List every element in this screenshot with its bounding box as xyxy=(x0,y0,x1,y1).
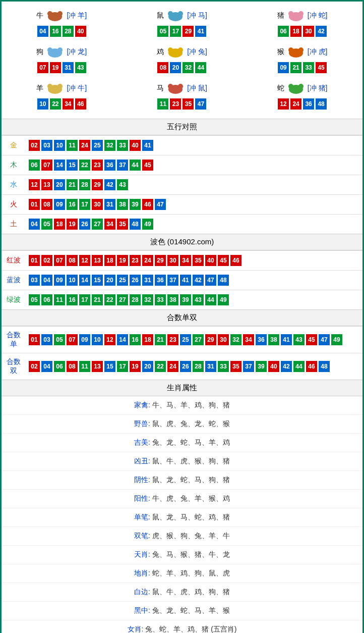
number-badge: 26 xyxy=(130,275,141,286)
number-badge: 20 xyxy=(54,179,65,190)
number-badge: 39 xyxy=(180,294,191,305)
number-badge: 10 xyxy=(67,275,78,286)
number-badge: 18 xyxy=(142,334,153,345)
attr-val: 兔、龙、蛇、马、羊、猴 xyxy=(152,606,230,614)
number-badge: 43 xyxy=(193,294,204,305)
attr-key: 阳性: xyxy=(134,494,152,502)
number-badge: 37 xyxy=(167,275,178,286)
section-title: 生肖属性 xyxy=(167,383,197,392)
number-row: 04051819262734354849 xyxy=(29,219,359,230)
number-badge: 19 xyxy=(50,62,61,73)
number-badge: 47 xyxy=(195,98,206,110)
number-badge: 35 xyxy=(230,361,241,372)
zodiac-icon xyxy=(165,9,186,23)
table-row: 火0108091617303138394647 xyxy=(2,195,362,215)
zodiac-icon xyxy=(44,45,66,59)
attr-val: 兔、马、猴、猪、牛、龙 xyxy=(152,550,230,558)
number-badge: 33 xyxy=(218,361,229,372)
number-row: 1213202128294243 xyxy=(29,179,359,190)
number-badge: 02 xyxy=(29,140,40,151)
svg-point-5 xyxy=(178,11,183,16)
number-badge: 39 xyxy=(256,361,267,372)
table-row: 木06071415222336374445 xyxy=(2,155,362,175)
attr-key: 阴性: xyxy=(134,476,152,484)
number-badge: 16 xyxy=(67,199,78,210)
number-badge: 11 xyxy=(54,294,65,305)
zodiac-conflict: [冲 马] xyxy=(187,11,207,20)
number-badge: 10 xyxy=(92,334,103,345)
number-badge: 34 xyxy=(180,255,191,266)
row-label: 红波 xyxy=(2,251,26,271)
row-label: 蓝波 xyxy=(2,271,26,290)
section-header-bose: 波色 (014902.com) xyxy=(2,234,362,250)
number-badge: 14 xyxy=(54,160,65,171)
row-label: 火 xyxy=(2,195,26,215)
number-badge: 28 xyxy=(193,361,204,372)
number-badge: 34 xyxy=(63,98,74,110)
number-badge: 42 xyxy=(193,275,204,286)
attr-val: 鼠、龙、马、蛇、鸡、猪 xyxy=(152,513,230,521)
number-badge: 17 xyxy=(79,294,90,305)
zodiac-conflict: [冲 兔] xyxy=(187,47,207,57)
number-badge: 31 xyxy=(63,62,74,73)
zodiac-conflict: [冲 龙] xyxy=(67,47,87,57)
number-badge: 19 xyxy=(117,255,128,266)
number-badge: 14 xyxy=(79,275,90,286)
number-badge: 07 xyxy=(41,160,52,171)
number-badge: 25 xyxy=(92,140,103,151)
number-badge: 43 xyxy=(293,334,305,345)
zodiac-name: 鼠 xyxy=(157,11,164,20)
section-site: (014902.com) xyxy=(167,237,214,246)
attr-row: 阳性: 牛、虎、兔、羊、猴、鸡 xyxy=(2,489,362,508)
svg-point-19 xyxy=(47,84,52,89)
number-badge: 06 xyxy=(54,361,65,372)
svg-point-8 xyxy=(298,11,304,16)
number-badge: 46 xyxy=(306,361,317,372)
number-badge: 49 xyxy=(142,219,153,230)
svg-point-23 xyxy=(178,84,183,89)
number-badge: 48 xyxy=(319,361,330,372)
number-badge: 46 xyxy=(75,98,86,110)
number-badge: 21 xyxy=(67,179,78,190)
number-badge: 36 xyxy=(256,334,267,345)
number-badge: 38 xyxy=(268,334,279,345)
number-badge: 35 xyxy=(117,219,128,230)
zodiac-conflict: [冲 鼠] xyxy=(187,84,207,93)
section-header-heshu: 合数单双 xyxy=(2,309,362,326)
number-badge: 37 xyxy=(243,361,254,372)
number-badge: 25 xyxy=(117,275,128,286)
number-badge: 03 xyxy=(41,334,52,345)
number-badge: 19 xyxy=(130,361,141,372)
zodiac-item: 猴[冲 虎]09213345 xyxy=(242,42,362,78)
number-badge: 07 xyxy=(37,62,48,73)
number-badge: 44 xyxy=(205,294,216,305)
table-row: 红波0102070812131819232429303435404546 xyxy=(2,251,362,271)
number-badge: 24 xyxy=(167,361,178,372)
table-row: 水1213202128294243 xyxy=(2,175,362,195)
number-badge: 49 xyxy=(218,294,229,305)
svg-point-22 xyxy=(168,84,173,89)
attr-key: 女肖: xyxy=(128,625,146,633)
zodiac-name: 牛 xyxy=(36,11,43,20)
number-badge: 11 xyxy=(67,140,78,151)
number-badge: 22 xyxy=(104,294,115,305)
attr-key: 野兽: xyxy=(134,419,152,428)
shuxing-list: 家禽: 牛、马、羊、鸡、狗、猪野兽: 鼠、虎、兔、龙、蛇、猴吉美: 兔、龙、蛇、… xyxy=(2,396,362,633)
number-badge: 42 xyxy=(316,26,327,37)
number-badge: 37 xyxy=(117,160,128,171)
number-badge: 12 xyxy=(29,179,40,190)
attr-key: 白边: xyxy=(134,588,152,596)
number-badge: 05 xyxy=(157,26,168,37)
number-badge: 29 xyxy=(155,255,166,266)
zodiac-icon xyxy=(44,9,66,23)
number-badge: 10 xyxy=(37,98,48,110)
zodiac-item: 牛[冲 羊]04162840 xyxy=(2,6,122,42)
number-badge: 31 xyxy=(142,275,153,286)
section-title: 波色 xyxy=(150,237,165,246)
number-badge: 32 xyxy=(142,294,153,305)
zodiac-nums: 09213345 xyxy=(242,62,362,73)
zodiac-icon xyxy=(44,81,66,95)
number-badge: 46 xyxy=(230,255,241,266)
svg-point-26 xyxy=(298,84,304,89)
table-row: 绿波05061116172122272832333839434449 xyxy=(2,290,362,310)
